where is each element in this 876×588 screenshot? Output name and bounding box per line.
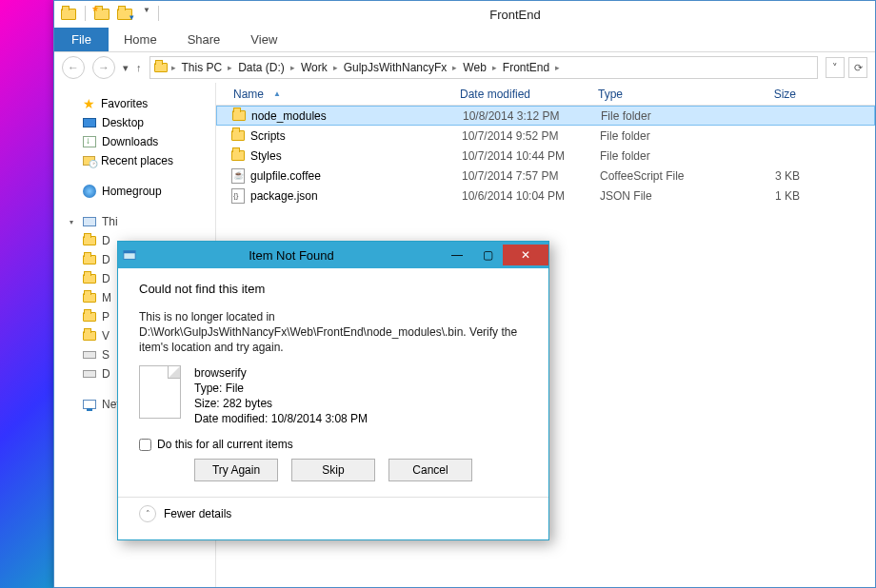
- drive-icon: [83, 236, 96, 245]
- tab-view[interactable]: View: [235, 28, 292, 51]
- file-type: CoffeeScript File: [600, 169, 714, 183]
- file-size: 3 KB: [714, 169, 800, 183]
- drive-icon: [83, 312, 96, 322]
- breadcrumb-item[interactable]: This PC: [180, 61, 225, 74]
- nav-back-button[interactable]: ←: [62, 56, 85, 79]
- breadcrumb-item[interactable]: FrontEnd: [501, 61, 551, 74]
- file-date: 10/8/2014 3:12 PM: [463, 109, 601, 123]
- sidebar-label: Favorites: [101, 97, 148, 110]
- file-date-label: Date modified: 10/8/2014 3:08 PM: [194, 411, 368, 426]
- qat-more-icon[interactable]: ▼: [143, 6, 150, 23]
- title-bar[interactable]: ▾ ▼ FrontEnd: [54, 1, 875, 28]
- tab-file[interactable]: File: [54, 28, 109, 51]
- try-again-button[interactable]: Try Again: [194, 459, 278, 481]
- fewer-details-button[interactable]: ˄ Fewer details: [139, 505, 528, 530]
- nav-history-icon[interactable]: ▾: [123, 62, 129, 74]
- tab-share[interactable]: Share: [172, 28, 236, 51]
- breadcrumb-item[interactable]: Web: [461, 61, 488, 74]
- file-name: Scripts: [250, 129, 286, 143]
- file-date: 10/6/2014 10:04 PM: [462, 189, 600, 203]
- drive-icon: [83, 274, 96, 284]
- file-size: 1 KB: [714, 189, 800, 203]
- tab-home[interactable]: Home: [109, 28, 172, 51]
- file-date: 10/7/2014 9:52 PM: [462, 129, 600, 143]
- drive-icon: [83, 331, 96, 341]
- qat-separator: [85, 6, 86, 21]
- breadcrumb-item[interactable]: Data (D:): [236, 61, 287, 74]
- checkbox-label: Do this for all current items: [157, 438, 293, 451]
- breadcrumb-item[interactable]: Work: [299, 61, 329, 74]
- file-type: File folder: [601, 109, 715, 123]
- close-button[interactable]: ✕: [503, 245, 548, 265]
- chevron-up-icon: ˄: [139, 505, 156, 522]
- column-name[interactable]: Name▲: [216, 88, 454, 101]
- sidebar-thispc[interactable]: ▾Thi: [54, 212, 215, 231]
- downloads-icon: [83, 136, 96, 147]
- sidebar-homegroup[interactable]: Homegroup: [54, 182, 215, 201]
- column-date[interactable]: Date modified: [454, 88, 592, 101]
- column-size[interactable]: Size: [707, 88, 802, 101]
- sidebar-favorites[interactable]: ★Favorites: [54, 94, 215, 113]
- file-row[interactable]: node_modules10/8/2014 3:12 PMFile folder: [216, 106, 875, 126]
- new-folder-icon[interactable]: [93, 6, 110, 23]
- json-file-icon: [231, 188, 245, 204]
- address-bar[interactable]: ▸ This PC ▸ Data (D:) ▸ Work ▸ GulpJsWit…: [149, 56, 819, 79]
- file-type-label: Type: File: [194, 381, 368, 396]
- file-name: Styles: [250, 149, 282, 163]
- sidebar-label: Desktop: [102, 116, 144, 129]
- ribbon-tabs: File Home Share View: [54, 28, 875, 52]
- recent-icon: [83, 156, 95, 166]
- nav-forward-button[interactable]: →: [92, 56, 115, 79]
- file-date: 10/7/2014 10:44 PM: [462, 149, 600, 163]
- sidebar-item-desktop[interactable]: Desktop: [54, 113, 215, 132]
- drive-icon: [83, 351, 96, 359]
- homegroup-icon: [83, 185, 96, 198]
- sidebar-label: Homegroup: [102, 185, 162, 198]
- collapse-icon: ▾: [70, 218, 77, 226]
- dialog-separator: [118, 497, 548, 498]
- file-row[interactable]: Styles10/7/2014 10:44 PMFile folder: [216, 146, 875, 166]
- cancel-button[interactable]: Cancel: [388, 459, 472, 481]
- sidebar-item-recent[interactable]: Recent places: [54, 151, 215, 170]
- sidebar-label: S: [102, 348, 110, 362]
- sidebar-label: Recent places: [101, 154, 173, 167]
- file-name: package.json: [250, 189, 318, 203]
- file-row[interactable]: Scripts10/7/2014 9:52 PMFile folder: [216, 126, 875, 146]
- sidebar-label: D: [102, 234, 110, 247]
- breadcrumb-sep: ▸: [228, 63, 232, 72]
- skip-button[interactable]: Skip: [291, 459, 375, 481]
- drive-icon: [83, 293, 96, 303]
- minimize-button[interactable]: —: [442, 245, 472, 265]
- checkbox-input[interactable]: [139, 439, 151, 451]
- refresh-button[interactable]: ⟳: [848, 57, 867, 78]
- file-size-label: Size: 282 bytes: [194, 396, 368, 411]
- network-icon: [83, 400, 96, 409]
- file-name: gulpfile.coffee: [250, 169, 321, 183]
- sidebar-label: D: [102, 367, 110, 381]
- breadcrumb-sep: ▸: [290, 63, 295, 72]
- dialog-app-icon: [118, 248, 141, 262]
- fewer-details-label: Fewer details: [164, 507, 231, 520]
- nav-up-button[interactable]: ↑: [136, 62, 142, 73]
- breadcrumb-sep: ▸: [171, 63, 176, 72]
- file-icon: [139, 365, 181, 419]
- open-folder-icon[interactable]: ▾: [116, 6, 133, 23]
- file-type: JSON File: [600, 189, 714, 203]
- svg-rect-1: [124, 251, 135, 254]
- dialog-file-info: browserify Type: File Size: 282 bytes Da…: [139, 365, 528, 427]
- drive-icon: [83, 370, 96, 378]
- breadcrumb-sep: ▸: [333, 63, 338, 72]
- sidebar-item-downloads[interactable]: Downloads: [54, 132, 215, 151]
- dialog-title-bar[interactable]: Item Not Found — ▢ ✕: [118, 242, 548, 268]
- address-folder-icon: [154, 63, 168, 72]
- address-dropdown-button[interactable]: ˅: [826, 57, 845, 78]
- breadcrumb-item[interactable]: GulpJsWithNancyFx: [342, 61, 449, 74]
- file-row[interactable]: package.json10/6/2014 10:04 PMJSON File1…: [216, 186, 875, 206]
- dialog-message: This is no longer located in D:\Work\Gul…: [139, 309, 528, 356]
- do-for-all-checkbox[interactable]: Do this for all current items: [139, 438, 528, 451]
- file-row[interactable]: gulpfile.coffee10/7/2014 7:57 PMCoffeeSc…: [216, 166, 875, 186]
- breadcrumb-sep: ▸: [452, 63, 457, 72]
- file-name: node_modules: [251, 109, 327, 123]
- maximize-button[interactable]: ▢: [472, 245, 503, 265]
- column-type[interactable]: Type: [592, 88, 707, 101]
